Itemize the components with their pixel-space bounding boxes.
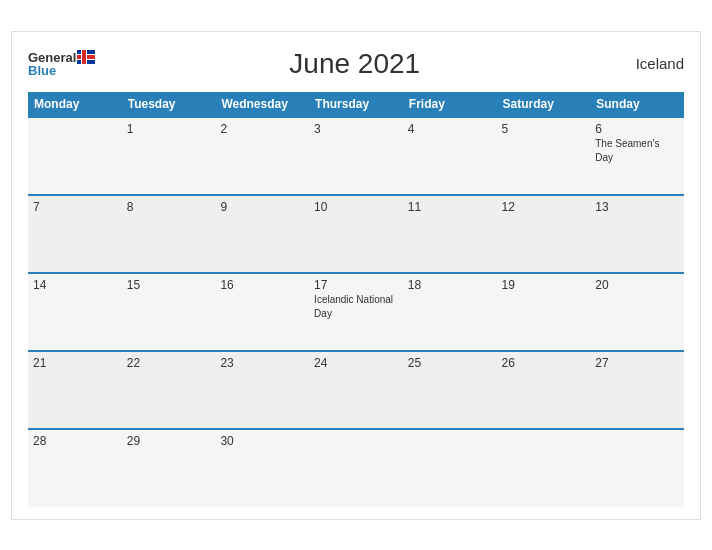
day-number: 29: [127, 434, 211, 448]
calendar-title: June 2021: [95, 48, 614, 80]
table-row: 11: [403, 195, 497, 273]
table-row: 25: [403, 351, 497, 429]
event-label: Icelandic National Day: [314, 294, 393, 319]
day-number: 27: [595, 356, 679, 370]
table-row: 1: [122, 117, 216, 195]
weekday-header-row: Monday Tuesday Wednesday Thursday Friday…: [28, 92, 684, 117]
calendar-header: General Blue June 2021 Iceland: [28, 48, 684, 80]
logo-general-text: General: [28, 51, 76, 64]
table-row: [403, 429, 497, 507]
calendar-week-row: 123456The Seamen's Day: [28, 117, 684, 195]
table-row: 7: [28, 195, 122, 273]
country-label: Iceland: [614, 55, 684, 72]
svg-rect-4: [82, 50, 86, 64]
day-number: 15: [127, 278, 211, 292]
calendar-week-row: 282930: [28, 429, 684, 507]
day-number: 14: [33, 278, 117, 292]
header-saturday: Saturday: [497, 92, 591, 117]
calendar-container: General Blue June 2021 Iceland: [11, 31, 701, 520]
day-number: 9: [220, 200, 304, 214]
logo-flag-icon: [77, 50, 95, 64]
header-tuesday: Tuesday: [122, 92, 216, 117]
table-row: 9: [215, 195, 309, 273]
table-row: 22: [122, 351, 216, 429]
day-number: 25: [408, 356, 492, 370]
calendar-table: Monday Tuesday Wednesday Thursday Friday…: [28, 92, 684, 507]
table-row: 4: [403, 117, 497, 195]
table-row: 10: [309, 195, 403, 273]
table-row: 12: [497, 195, 591, 273]
day-number: 6: [595, 122, 679, 136]
day-number: 5: [502, 122, 586, 136]
table-row: 18: [403, 273, 497, 351]
table-row: 3: [309, 117, 403, 195]
header-thursday: Thursday: [309, 92, 403, 117]
table-row: 29: [122, 429, 216, 507]
table-row: 20: [590, 273, 684, 351]
day-number: 24: [314, 356, 398, 370]
table-row: 23: [215, 351, 309, 429]
table-row: 8: [122, 195, 216, 273]
calendar-week-row: 78910111213: [28, 195, 684, 273]
table-row: 17Icelandic National Day: [309, 273, 403, 351]
day-number: 11: [408, 200, 492, 214]
day-number: 19: [502, 278, 586, 292]
day-number: 4: [408, 122, 492, 136]
logo: General Blue: [28, 50, 95, 77]
day-number: 2: [220, 122, 304, 136]
table-row: 30: [215, 429, 309, 507]
table-row: [28, 117, 122, 195]
event-label: The Seamen's Day: [595, 138, 659, 163]
table-row: 5: [497, 117, 591, 195]
header-monday: Monday: [28, 92, 122, 117]
table-row: [590, 429, 684, 507]
day-number: 12: [502, 200, 586, 214]
table-row: 6The Seamen's Day: [590, 117, 684, 195]
day-number: 3: [314, 122, 398, 136]
table-row: [309, 429, 403, 507]
header-wednesday: Wednesday: [215, 92, 309, 117]
table-row: 16: [215, 273, 309, 351]
day-number: 26: [502, 356, 586, 370]
day-number: 21: [33, 356, 117, 370]
day-number: 20: [595, 278, 679, 292]
day-number: 22: [127, 356, 211, 370]
day-number: 18: [408, 278, 492, 292]
table-row: 15: [122, 273, 216, 351]
logo-blue-text: Blue: [28, 64, 56, 77]
day-number: 28: [33, 434, 117, 448]
day-number: 1: [127, 122, 211, 136]
day-number: 23: [220, 356, 304, 370]
table-row: 27: [590, 351, 684, 429]
header-sunday: Sunday: [590, 92, 684, 117]
table-row: 2: [215, 117, 309, 195]
table-row: 14: [28, 273, 122, 351]
table-row: 13: [590, 195, 684, 273]
table-row: 21: [28, 351, 122, 429]
table-row: [497, 429, 591, 507]
header-friday: Friday: [403, 92, 497, 117]
table-row: 19: [497, 273, 591, 351]
day-number: 17: [314, 278, 398, 292]
calendar-week-row: 21222324252627: [28, 351, 684, 429]
table-row: 28: [28, 429, 122, 507]
table-row: 24: [309, 351, 403, 429]
day-number: 16: [220, 278, 304, 292]
calendar-week-row: 14151617Icelandic National Day181920: [28, 273, 684, 351]
day-number: 7: [33, 200, 117, 214]
table-row: 26: [497, 351, 591, 429]
day-number: 10: [314, 200, 398, 214]
day-number: 30: [220, 434, 304, 448]
day-number: 13: [595, 200, 679, 214]
day-number: 8: [127, 200, 211, 214]
